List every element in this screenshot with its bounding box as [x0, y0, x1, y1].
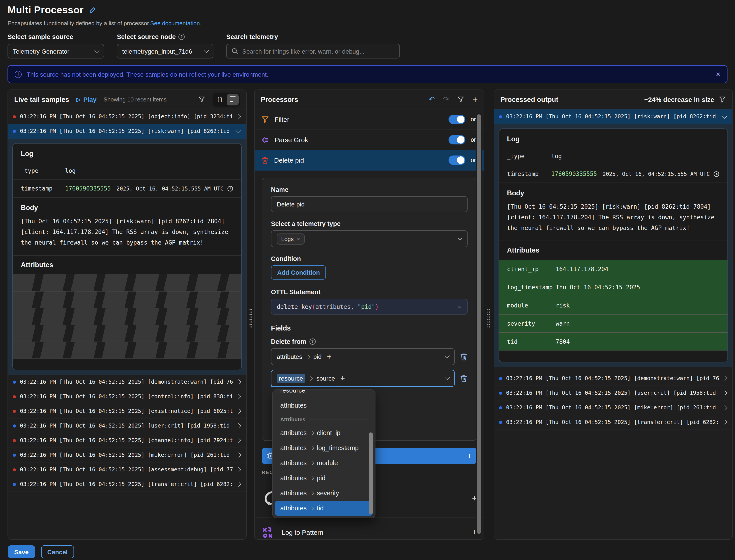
log-row[interactable]: 03:22:16 PM [Thu Oct 16 04:52:15 2025] […: [8, 375, 246, 389]
log-row-text: 03:22:16 PM [Thu Oct 16 04:52:15 2025] […: [20, 379, 233, 385]
add-segment-icon[interactable]: +: [327, 352, 332, 361]
log-row[interactable]: 03:22:16 PM [Thu Oct 16 04:52:15 2025] […: [8, 477, 246, 492]
sample-source-group: Select sample source Telemetry Generator: [8, 33, 104, 58]
processors-filter-icon[interactable]: [457, 96, 465, 103]
add-condition-button[interactable]: Add Condition: [271, 265, 326, 280]
log-row[interactable]: 03:22:16 PM [Thu Oct 16 04:52:15 2025] […: [8, 109, 246, 124]
attribute-key: client_ip: [507, 266, 556, 272]
deploy-warning-banner: i This source has not been deployed. The…: [8, 65, 727, 83]
log-row-text: 03:22:16 PM [Thu Oct 16 04:52:15 2025] […: [506, 113, 719, 120]
delete-field-icon[interactable]: [460, 352, 467, 361]
parse-grok-processor-icon: [261, 136, 269, 144]
log-row-text: 03:22:16 PM [Thu Oct 16 04:52:15 2025] […: [20, 467, 233, 473]
dropdown-option[interactable]: attributesseverity: [275, 486, 373, 501]
cancel-button[interactable]: Cancel: [41, 545, 74, 558]
processor-item-delete-pid[interactable]: Delete pid on: [255, 150, 484, 171]
log-row-text: 03:22:16 PM [Thu Oct 16 04:52:15 2025] […: [20, 128, 233, 134]
processor-item-filter[interactable]: Filter on: [255, 109, 484, 130]
log-row[interactable]: 03:22:16 PM [Thu Oct 16 04:52:15 2025] […: [8, 404, 246, 419]
severity-dot: [499, 115, 502, 118]
page-header: Multi Processor Encapsulates functionali…: [0, 0, 735, 58]
panel-resize-handle[interactable]: [249, 308, 252, 329]
log-row[interactable]: 03:22:16 PM [Thu Oct 16 04:52:15 2025] […: [8, 433, 246, 448]
dropdown-option[interactable]: attributeslog_timestamp: [275, 440, 373, 455]
processors-panel: Processors ↶ ↷ + Filter on: [254, 89, 484, 540]
log-row-text: 03:22:16 PM [Thu Oct 16 04:52:15 2025] […: [20, 423, 233, 429]
edit-title-icon[interactable]: [89, 7, 96, 14]
add-segment-icon[interactable]: +: [340, 374, 345, 383]
option-leaf: module: [317, 459, 338, 467]
timestamp-value: 1760590335555: [65, 185, 111, 192]
log-row[interactable]: 03:22:16 PM [Thu Oct 16 04:52:15 2025] […: [494, 415, 732, 430]
processor-toggle[interactable]: [448, 135, 465, 144]
controls-row: Select sample source Telemetry Generator…: [8, 33, 727, 58]
dropdown-scrollbar[interactable]: [369, 432, 373, 514]
processed-output-panel: Processed output ~24% decrease in size 0…: [494, 89, 733, 540]
log-to-pattern-row[interactable]: Log to Pattern +: [255, 518, 484, 540]
option-prefix: attributes: [280, 459, 307, 467]
log-row[interactable]: 03:22:16 PM [Thu Oct 16 04:52:15 2025] […: [494, 371, 732, 386]
play-button[interactable]: ▷Play: [76, 96, 97, 103]
delete-field-icon[interactable]: [460, 374, 467, 383]
attribute-value: 164.117.178.204: [556, 266, 608, 272]
processor-toggle[interactable]: [448, 156, 465, 165]
panel-resize-handle[interactable]: [487, 308, 490, 329]
sample-source-value: Telemetry Generator: [13, 48, 69, 55]
path-separator-icon: [310, 446, 314, 450]
undo-icon[interactable]: ↶: [428, 96, 435, 103]
redo-icon[interactable]: ↷: [443, 96, 449, 103]
source-node-select[interactable]: telemetrygen_input_71d6: [117, 44, 214, 58]
telemetry-type-select[interactable]: Logs×: [271, 230, 467, 247]
ottl-arg: attributes,: [316, 303, 358, 310]
timestamp-row: timestamp 1760590335555 2025, Oct 16, 04…: [499, 165, 727, 183]
log-row[interactable]: 03:22:16 PM [Thu Oct 16 04:52:15 2025] […: [8, 389, 246, 404]
dropdown-option[interactable]: attributes: [275, 398, 373, 413]
chip-remove-icon[interactable]: ×: [297, 235, 300, 242]
log-row[interactable]: 03:22:16 PM [Thu Oct 16 04:52:15 2025] […: [8, 463, 246, 477]
scrollbar-thumb[interactable]: [477, 114, 481, 534]
processor-item-parse-grok[interactable]: Parse Grok on: [255, 130, 484, 150]
log-row[interactable]: 03:22:16 PM [Thu Oct 16 04:52:15 2025] […: [494, 401, 732, 415]
dropdown-option[interactable]: attributesclient_ip: [275, 425, 373, 440]
severity-dot: [499, 421, 502, 424]
log-body-text: [Thu Oct 16 04:52:15 2025] [risk:warn] […: [499, 197, 727, 241]
ottl-statement-input[interactable]: delete_key(attributes, "pid") ⋯: [271, 299, 467, 315]
log-row[interactable]: 03:22:16 PM [Thu Oct 16 04:52:15 2025] […: [494, 386, 732, 401]
dropdown-option[interactable]: resource: [275, 389, 373, 398]
dropdown-option[interactable]: attributesmodule: [275, 455, 373, 471]
save-button[interactable]: Save: [8, 545, 35, 558]
see-documentation-link[interactable]: See documentation.: [150, 20, 202, 27]
search-telemetry-input[interactable]: [242, 48, 394, 55]
source-node-label: Select source node: [117, 33, 176, 40]
output-filter-icon[interactable]: [719, 96, 726, 103]
ottl-more-icon[interactable]: ⋯: [458, 303, 462, 310]
add-icon[interactable]: +: [467, 451, 472, 461]
timestamp-key: timestamp: [507, 171, 551, 177]
live-tail-rows: 03:22:16 PM [Thu Oct 16 04:52:15 2025] […: [8, 375, 246, 492]
json-view-button[interactable]: {}: [214, 94, 226, 105]
timestamp-human: 2025, Oct 16, 04:52:15.555 AM UTC: [603, 171, 710, 177]
log-row[interactable]: 03:22:16 PM [Thu Oct 16 04:52:15 2025] […: [8, 419, 246, 433]
attribute-value: Thu Oct 16 04:52:15 2025: [556, 284, 640, 290]
severity-dot: [13, 115, 16, 118]
processor-toggle[interactable]: [448, 115, 465, 124]
name-field[interactable]: [271, 196, 467, 212]
telemetry-chip: Logs×: [277, 233, 305, 244]
live-tail-filter-icon[interactable]: [198, 96, 206, 103]
add-processor-icon[interactable]: +: [473, 95, 478, 104]
list-view-button[interactable]: [227, 94, 239, 105]
chevron-right-icon: [722, 405, 727, 410]
output-row-selected[interactable]: 03:22:16 PM [Thu Oct 16 04:52:15 2025] […: [494, 109, 732, 124]
chevron-right-icon: [236, 423, 241, 428]
field-path-combobox[interactable]: attributes pid +: [271, 348, 455, 365]
banner-close-icon[interactable]: ×: [716, 70, 720, 78]
dropdown-option[interactable]: attributespid: [275, 471, 373, 486]
field-path-combobox-focused[interactable]: resource source + resource attributes At…: [271, 370, 455, 387]
dropdown-group-header: Attributes: [275, 413, 373, 425]
log-row-selected[interactable]: 03:22:16 PM [Thu Oct 16 04:52:15 2025] […: [8, 124, 246, 139]
processors-scrollbar[interactable]: [476, 113, 482, 535]
dropdown-option-highlighted[interactable]: attributestid: [275, 501, 373, 516]
log-row[interactable]: 03:22:16 PM [Thu Oct 16 04:52:15 2025] […: [8, 448, 246, 463]
page-subtitle: Encapsulates functionality defined by a …: [8, 20, 727, 27]
sample-source-select[interactable]: Telemetry Generator: [8, 44, 104, 58]
